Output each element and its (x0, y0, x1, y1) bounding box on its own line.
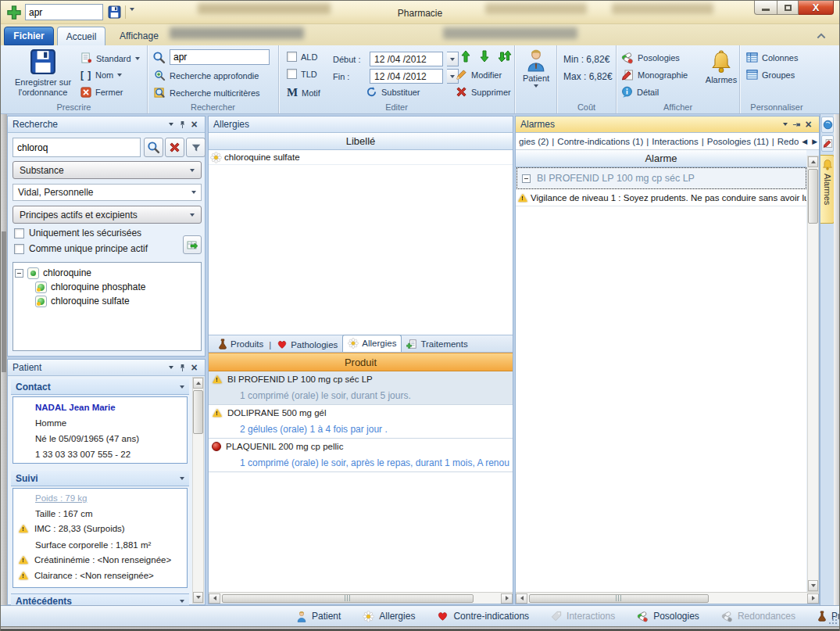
panel-menu-button[interactable] (165, 362, 177, 374)
scroll-left-button[interactable] (516, 593, 527, 604)
panel-menu-button[interactable] (165, 119, 177, 131)
scroll-thumb[interactable] (222, 594, 474, 603)
tab-affichage[interactable]: Affichage (110, 27, 168, 45)
poids-link[interactable]: Poids : 79 kg (35, 493, 87, 503)
unique-principe-checkbox[interactable]: Comme unique principe actif (14, 243, 148, 254)
tab-traitements[interactable]: Traitements (402, 337, 472, 352)
scroll-thumb[interactable] (529, 594, 709, 603)
alarms-vscrollbar[interactable] (807, 156, 819, 592)
patient-scrollbar[interactable] (192, 377, 204, 604)
posologies-button[interactable]: Posologies (621, 52, 680, 64)
tab-fichier[interactable]: Fichier (4, 27, 54, 45)
recherche-approfondie-button[interactable]: Recherche approfondie (154, 70, 259, 81)
left-splitter[interactable] (1, 114, 7, 605)
produit-column-header[interactable]: Produit (209, 353, 513, 371)
alarm-tab-redondances[interactable]: Redo (777, 137, 799, 146)
filter-button[interactable] (186, 138, 206, 157)
scroll-up-button[interactable] (193, 378, 203, 389)
dock-info-button[interactable] (821, 117, 834, 133)
groupes-button[interactable]: Groupes (746, 69, 795, 81)
source-dropdown[interactable]: Vidal, Personnelle (13, 184, 202, 201)
maximize-button[interactable] (777, 1, 799, 15)
suivi-section-header[interactable]: Suivi (11, 471, 189, 486)
supprimer-button[interactable]: Supprimer (456, 86, 511, 98)
scroll-right-button[interactable] (501, 593, 513, 604)
alarmes-button[interactable]: Alarmes (704, 50, 738, 84)
tab-pathologies[interactable]: Pathologies (272, 338, 342, 352)
scroll-right-button[interactable] (807, 593, 819, 604)
alarme-column-header[interactable]: Alarme (516, 150, 806, 167)
pin-icon[interactable] (791, 119, 802, 131)
standard-button[interactable]: Standard (80, 52, 140, 64)
collapse-group-icon[interactable] (522, 174, 531, 183)
alarms-hscrollbar[interactable] (516, 592, 819, 604)
scroll-down-button[interactable] (808, 580, 818, 591)
tree-node-root[interactable]: chloroquine (15, 266, 199, 280)
resize-grip[interactable] (827, 615, 837, 624)
panel-menu-button[interactable] (779, 119, 791, 131)
ribbon-search-input[interactable] (170, 49, 270, 65)
libelle-column-header[interactable]: Libellé (209, 133, 513, 150)
allergy-row[interactable]: chloroquine sulfate (209, 150, 513, 165)
search-go-button[interactable] (144, 138, 163, 157)
securisees-checkbox[interactable]: Uniquement les sécurisées (14, 228, 141, 238)
tab-accueil[interactable]: Accueil (57, 27, 105, 45)
fin-date-field[interactable]: 12 /04 /2012 (370, 69, 443, 84)
detail-button[interactable]: Détail (621, 86, 659, 98)
scroll-up-button[interactable] (808, 156, 818, 167)
modifier-button[interactable]: Modifier (456, 69, 502, 81)
scroll-down-button[interactable] (193, 592, 203, 603)
panel-close-button[interactable]: × (188, 119, 200, 131)
tree-node-child[interactable]: chloroquine sulfate (15, 294, 199, 308)
type-dropdown[interactable]: Principes actifs et excipients (13, 206, 202, 224)
tree-node-child[interactable]: chloroquine phosphate (15, 280, 199, 294)
motif-button[interactable]: MMotif (287, 86, 320, 99)
ald-checkbox[interactable]: ALD (287, 52, 317, 62)
dock-monographie-button[interactable] (821, 135, 834, 152)
panel-close-button[interactable]: × (188, 362, 200, 374)
alarm-group-row[interactable]: BI PROFENID LP 100 mg cp séc LP (517, 167, 806, 189)
save-prescription-button[interactable]: Enregistrer sur l'ordonnance (7, 48, 79, 98)
tld-checkbox[interactable]: TLD (287, 69, 317, 79)
scroll-thumb[interactable] (808, 169, 818, 224)
substance-search-input[interactable] (13, 138, 141, 157)
alarm-tab-posologies[interactable]: Posologies (11) (707, 137, 769, 146)
tab-scroll-right-icon[interactable]: ▶ (812, 138, 817, 145)
dock-tab-alarmes[interactable]: Alarmes (820, 155, 835, 224)
minimize-button[interactable] (754, 1, 777, 15)
tab-allergies[interactable]: Allergies (342, 335, 402, 352)
collapse-ribbon-icon[interactable] (816, 30, 827, 40)
debut-date-dropdown[interactable] (447, 52, 459, 66)
panel-close-button[interactable]: × (802, 119, 814, 131)
move-up-icon[interactable] (460, 50, 471, 63)
statusbar-item-posologies[interactable]: Posologies (626, 611, 710, 622)
contact-section-header[interactable]: Contact (11, 379, 189, 395)
alarm-tab-contre-indications[interactable]: Contre-indications (1) (557, 137, 643, 146)
alarm-alert-row[interactable]: Vigilance de niveau 1 : Soyez prudents. … (516, 189, 806, 206)
product-row[interactable]: DOLIPRANE 500 mg gél 2 gélules (orale) 1… (209, 405, 513, 439)
colonnes-button[interactable]: Colonnes (746, 52, 798, 63)
close-button[interactable]: X (799, 1, 834, 15)
move-down-icon[interactable] (479, 50, 490, 63)
export-table-button[interactable] (183, 235, 202, 254)
alarm-tab-allergies[interactable]: gies (2) (519, 137, 549, 146)
patient-button[interactable]: Patient (518, 48, 554, 88)
alarm-tab-interactions[interactable]: Interactions (652, 137, 698, 146)
recherche-multicriteres-button[interactable]: Recherche multicritères (154, 87, 260, 99)
tab-produits[interactable]: Produits (213, 337, 268, 352)
product-row[interactable]: BI PROFENID LP 100 mg cp séc LP 1 compri… (209, 371, 513, 405)
pin-icon[interactable] (177, 119, 188, 131)
scroll-left-button[interactable] (209, 593, 220, 604)
scroll-thumb[interactable] (193, 390, 203, 434)
nom-button[interactable]: [ ] Nom (80, 70, 122, 81)
product-row[interactable]: PLAQUENIL 200 mg cp pellic 1 comprimé (o… (209, 439, 513, 472)
pin-icon[interactable] (177, 362, 188, 374)
collapse-node-icon[interactable] (15, 269, 23, 278)
monographie-button[interactable]: Monographie (621, 69, 688, 81)
statusbar-item-contre-indications[interactable]: Contre-indications (426, 611, 540, 622)
tab-scroll-left-icon[interactable]: ◀ (802, 138, 807, 145)
search-clear-button[interactable] (165, 138, 184, 157)
substituer-button[interactable]: Substituer (366, 86, 420, 98)
debut-date-field[interactable]: 12 /04 /2012 (370, 52, 443, 66)
statusbar-item-patient[interactable]: Patient (285, 611, 352, 622)
